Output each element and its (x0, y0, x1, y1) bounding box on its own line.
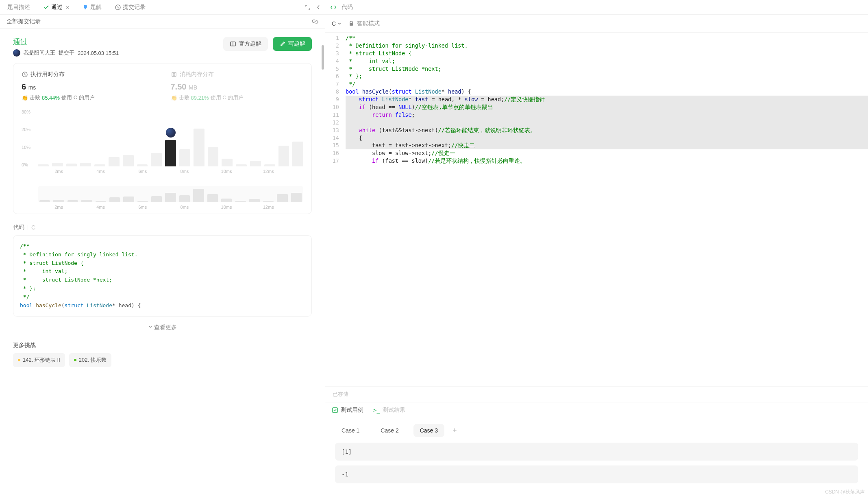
test-case-tab[interactable]: Case 2 (374, 424, 405, 437)
code-section-title: 代码 C (13, 224, 312, 231)
watermark: CSDN @秋落风声 (825, 489, 865, 496)
submitted-prefix: 提交于 (59, 49, 74, 57)
code-icon (330, 4, 337, 11)
saved-status: 已存储 (325, 386, 868, 402)
mem-label: 消耗内存分布 (171, 71, 304, 78)
code-editor[interactable]: 1/**2 * Definition for singly-linked lis… (325, 33, 868, 386)
tab-description[interactable]: 题目描述 (3, 1, 34, 13)
check-icon (43, 4, 50, 11)
submitted-at: 2024.05.03 15:51 (78, 50, 119, 56)
chart-bar[interactable] (109, 157, 120, 166)
svg-rect-1 (85, 8, 86, 9)
smart-mode[interactable]: 智能模式 (348, 20, 380, 27)
scrollbar[interactable] (322, 45, 324, 70)
chart-bar[interactable] (236, 164, 247, 166)
official-solution-button[interactable]: 官方题解 (223, 37, 268, 51)
svg-point-0 (84, 5, 87, 8)
test-input-2[interactable]: -1 (335, 465, 858, 483)
more-challenges-title: 更多挑战 (13, 342, 312, 349)
mem-value: 7.50 (171, 82, 187, 91)
test-cases-tab[interactable]: 测试用例 (332, 406, 363, 414)
chart-bar[interactable] (250, 161, 261, 166)
chart-bar[interactable] (165, 140, 176, 166)
see-more-button[interactable]: 查看更多 (13, 321, 312, 334)
bulb-icon (82, 4, 89, 11)
svg-rect-7 (350, 23, 353, 26)
chart-bar[interactable] (38, 164, 49, 166)
edit-icon (279, 41, 286, 47)
challenge-chip[interactable]: 202. 快乐数 (69, 353, 111, 367)
collapse-icon[interactable] (315, 4, 322, 11)
chart-bar[interactable] (137, 164, 148, 166)
time-label: 执行用时分布 (22, 71, 154, 78)
chart-bar[interactable] (264, 164, 275, 166)
expand-icon[interactable] (305, 4, 311, 11)
right-tabs: 代码 (325, 0, 868, 15)
history-icon (115, 4, 121, 11)
chevron-down-icon (337, 22, 342, 26)
time-value: 6 (22, 82, 26, 91)
chart-bar[interactable] (208, 147, 219, 166)
test-result-tab[interactable]: >_ 测试结果 (373, 406, 405, 414)
sub-header-title: 全部提交记录 (7, 18, 41, 25)
book-icon (230, 41, 236, 47)
chevron-down-icon (148, 324, 153, 329)
chart-bar[interactable] (222, 159, 233, 166)
tab-solution[interactable]: 题解 (78, 1, 106, 13)
runtime-chart: 30%20%10%0% 2ms4ms6ms8ms10ms12ms (22, 109, 303, 183)
close-icon[interactable]: × (66, 4, 69, 11)
challenge-chip[interactable]: 142. 环形链表 II (13, 353, 65, 367)
sub-header: 全部提交记录 (0, 15, 325, 29)
chart-bar[interactable] (151, 153, 162, 166)
time-beat-pct: 85.44% (42, 95, 60, 101)
highlight-marker (166, 128, 176, 138)
mem-beat-pct: 89.21% (191, 95, 209, 101)
runtime-mini-chart: 2ms4ms6ms8ms10ms12ms (22, 186, 303, 206)
lock-icon (348, 20, 355, 27)
status-title: 通过 (13, 37, 119, 47)
stats-card: 执行用时分布 6 ms 👏 击败 85.44% 使用 C 的用户 (13, 63, 312, 214)
tab-history[interactable]: 提交记录 (111, 1, 150, 13)
left-tabs: 题目描述 通过× 题解 提交记录 (0, 0, 325, 15)
chart-bar[interactable] (292, 142, 303, 166)
svg-rect-6 (173, 74, 175, 75)
memory-icon (171, 71, 177, 78)
test-case-tab[interactable]: Case 1 (335, 424, 366, 437)
add-case-button[interactable]: + (452, 426, 457, 435)
tab-pass[interactable]: 通过× (39, 1, 73, 13)
code-preview: /** * Definition for singly-linked list.… (13, 235, 312, 317)
chart-bar[interactable] (94, 164, 105, 166)
test-input-1[interactable]: [1] (335, 443, 858, 461)
svg-rect-5 (172, 72, 176, 76)
chart-bar[interactable] (66, 164, 77, 166)
chart-bar[interactable] (52, 163, 63, 166)
clock-icon (22, 71, 28, 78)
chart-bar[interactable] (194, 129, 204, 166)
chart-bar[interactable] (179, 149, 190, 166)
user-name[interactable]: 我是阳间大王 (24, 49, 55, 57)
language-selector[interactable]: C (332, 20, 342, 27)
test-case-tab[interactable]: Case 3 (413, 424, 444, 437)
avatar[interactable] (13, 49, 20, 57)
chart-bar[interactable] (123, 155, 134, 166)
link-icon[interactable] (312, 18, 318, 25)
chart-bar[interactable] (80, 163, 91, 166)
check-square-icon (332, 407, 338, 413)
write-solution-button[interactable]: 写题解 (273, 37, 312, 51)
chart-bar[interactable] (278, 146, 289, 166)
